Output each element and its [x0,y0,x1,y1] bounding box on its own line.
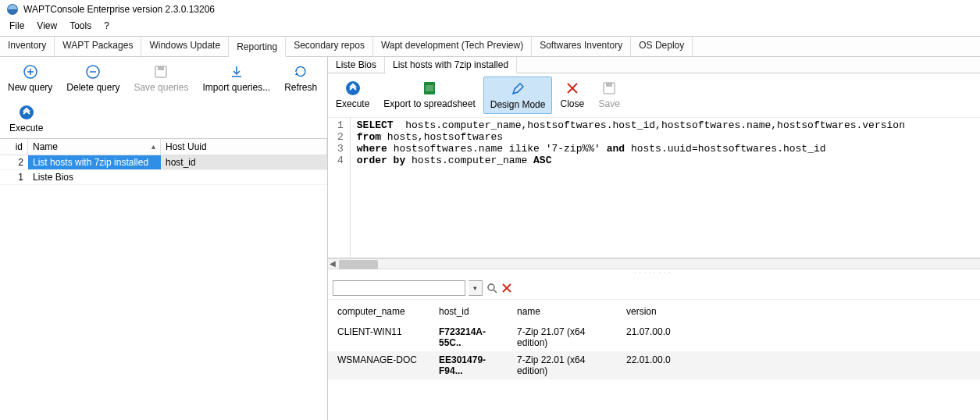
query-subtabbar: Liste BiosList hosts with 7zip installed [328,57,980,73]
pencil-icon [510,80,526,98]
search-icon[interactable] [486,282,498,294]
col-host-id[interactable]: host_id [434,304,512,319]
plus-circle-icon [23,63,38,80]
chevron-up-circle-icon [345,80,361,97]
sub-tab[interactable]: List hosts with 7zip installed [385,57,517,73]
results-header: computer_name host_id name version [328,299,980,323]
app-title: WAPTConsole Enterprise version 2.3.0.132… [23,4,215,15]
svg-line-18 [494,290,497,293]
new-query-button[interactable]: New query [2,60,59,94]
left-toolbar-row1: New query Delete query Save queries Impo… [0,57,327,98]
download-icon [229,63,244,80]
col-name[interactable]: Name ▲ [28,139,161,155]
col-name[interactable]: name [512,304,622,319]
left-panel: New query Delete query Save queries Impo… [0,57,328,420]
main-tab-reporting[interactable]: Reporting [229,37,286,57]
main-tab-os-deploy[interactable]: OS Deploy [631,37,693,56]
menu-view[interactable]: View [37,20,57,31]
svg-rect-16 [606,83,612,87]
line-gutter: 1234 [328,118,351,258]
sql-code[interactable]: SELECT hosts.computer_name,hostsoftwares… [351,118,911,258]
close-icon [565,80,580,97]
col-id[interactable]: id [0,139,28,155]
query-list: 2List hosts with 7zip installedhost_id1L… [0,155,327,185]
clear-filter-icon[interactable] [501,283,512,294]
refresh-icon [293,63,308,80]
main-tab-secondary-repos[interactable]: Secondary repos [286,37,373,56]
horizontal-scrollbar[interactable]: ◀ [328,258,980,269]
menubar: File View Tools ? [0,19,980,36]
chevron-up-circle-icon [19,104,34,121]
main-tab-inventory[interactable]: Inventory [0,37,55,56]
titlebar: WAPTConsole Enterprise version 2.3.0.132… [0,0,980,19]
query-list-row[interactable]: 1Liste Bios [0,170,327,185]
sort-asc-icon: ▲ [150,143,157,151]
filter-input[interactable] [333,280,465,296]
save-icon [601,80,617,97]
main-tab-wapt-development-tech-preview-[interactable]: Wapt development (Tech Preview) [373,37,532,56]
main-tab-windows-update[interactable]: Windows Update [141,37,229,56]
save-button[interactable]: Save [592,77,626,114]
query-list-header: id Name ▲ Host Uuid [0,138,327,155]
save-queries-button[interactable]: Save queries [127,60,194,94]
query-list-row[interactable]: 2List hosts with 7zip installedhost_id [0,155,327,170]
result-row[interactable]: CLIENT-WIN11F723214A-55C..7-Zip 21.07 (x… [328,323,980,351]
import-queries-button[interactable]: Import queries... [196,60,276,94]
filter-dropdown-button[interactable]: ▾ [469,280,483,296]
menu-help[interactable]: ? [104,20,109,31]
close-button[interactable]: Close [554,77,590,114]
delete-query-button[interactable]: Delete query [60,60,126,94]
sub-tab[interactable]: Liste Bios [328,57,385,73]
filter-bar: ▾ [328,277,980,299]
scroll-left-icon[interactable]: ◀ [330,259,336,268]
main-tab-softwares-inventory[interactable]: Softwares Inventory [532,37,631,56]
execute-button-left[interactable]: Execute [3,101,49,135]
col-host-uuid[interactable]: Host Uuid [161,139,327,155]
svg-rect-7 [158,66,164,70]
svg-point-17 [488,284,494,290]
svg-rect-12 [426,85,433,91]
minus-circle-icon [85,63,101,80]
svg-marker-8 [295,72,298,75]
save-icon [153,63,169,80]
menu-file[interactable]: File [9,20,24,31]
scrollbar-thumb[interactable] [339,260,378,269]
results-grid: CLIENT-WIN11F723214A-55C..7-Zip 21.07 (x… [328,323,980,379]
col-version[interactable]: version [622,304,700,319]
right-toolbar: Execute Export to spreadsheet Design Mod… [328,73,980,118]
app-icon [6,3,19,16]
splitter-grip[interactable]: ········ [328,269,980,277]
execute-button[interactable]: Execute [330,77,376,114]
sql-editor[interactable]: 1234 SELECT hosts.computer_name,hostsoft… [328,118,980,258]
refresh-button[interactable]: Refresh [278,60,323,94]
main-tabbar: InventoryWAPT PackagesWindows UpdateRepo… [0,36,980,57]
result-row[interactable]: WSMANAGE-DOCEE301479-F94...7-Zip 22.01 (… [328,351,980,379]
right-panel: Liste BiosList hosts with 7zip installed… [328,57,980,420]
export-spreadsheet-button[interactable]: Export to spreadsheet [377,77,481,114]
menu-tools[interactable]: Tools [69,20,91,31]
left-toolbar-row2: Execute [0,98,327,138]
design-mode-button[interactable]: Design Mode [483,77,553,114]
spreadsheet-icon [422,80,437,97]
col-computer-name[interactable]: computer_name [333,304,434,319]
main-tab-wapt-packages[interactable]: WAPT Packages [55,37,141,56]
